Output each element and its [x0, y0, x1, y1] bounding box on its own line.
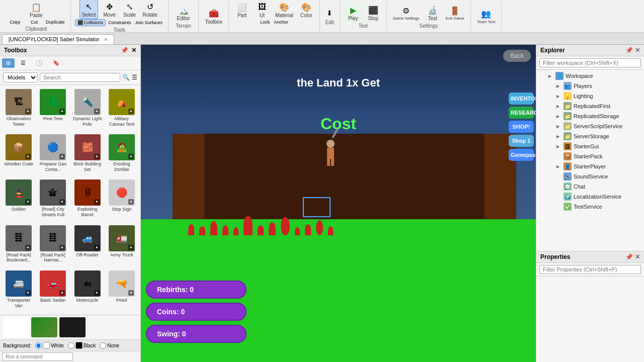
part-button[interactable]: ⬜ Part [233, 1, 251, 19]
tree-item-localization[interactable]: 🌍 LocalizationService [536, 192, 644, 202]
explorer-header: Explorer 📌 ✕ [536, 45, 644, 56]
list-item[interactable]: 🛣 ✦ [Road] City Streets Full [36, 177, 69, 222]
join-surfaces-button[interactable]: Join Surfaces [134, 19, 165, 26]
tree-item-test-service[interactable]: ✅ TestService [536, 202, 644, 212]
tree-item-sound-service[interactable]: 🔊 SoundService [536, 171, 644, 182]
replicated-first-icon: 📁 [564, 102, 572, 110]
list-item[interactable]: 🚙 ✦ Off-Roader [71, 223, 104, 267]
tree-item-replicated-first[interactable]: ▶ 📁 ReplicatedFirst [536, 101, 644, 111]
list-item[interactable]: 🔵 ✦ Propane Gas Conta... [36, 132, 69, 176]
pistol-label: Pistol [116, 298, 127, 303]
bg-black-option[interactable]: Black [68, 342, 96, 349]
gamepass-button[interactable]: Gamepass [509, 149, 534, 161]
toolbox-filter-select[interactable]: Models Decals Meshes Plugins [3, 72, 38, 82]
material-button[interactable]: 🎨 Material [273, 1, 295, 19]
inventory-button[interactable]: INVENTORY [509, 93, 534, 105]
tree-item-server-script[interactable]: ▶ 📁 ServerScriptService [536, 121, 644, 131]
shop-button[interactable]: SHOP! [509, 121, 534, 133]
tree-item-chat[interactable]: 💬 Chat [536, 182, 644, 192]
tree-item-lighting[interactable]: ▶ 💡 Lighting [536, 91, 644, 101]
collisions-button[interactable]: ⬛ Collisions [75, 19, 106, 26]
copy-button[interactable]: Copy [6, 19, 24, 25]
tree-item-workspace[interactable]: ▶ 🌐 Workspace [536, 71, 644, 81]
game-viewport[interactable]: the Land 1x Get Cost [141, 45, 536, 362]
list-item[interactable]: 🧟 ✦ Drooling Zombie [105, 132, 138, 176]
ui-button[interactable]: 🖼 UI [253, 1, 271, 19]
toolbox-tab-recent[interactable]: 🕒 [32, 58, 47, 68]
bg-none-option[interactable]: None [100, 342, 119, 349]
tree-item-starter-gui[interactable]: ▶ 🖼 StarterGui [536, 141, 644, 151]
toolbox-tab-filter[interactable]: 🔖 [49, 58, 64, 68]
toolbox-button[interactable]: 🧰 Toolbox [203, 7, 224, 26]
move-button[interactable]: ✥ Move [100, 0, 118, 19]
chat-icon: 💬 [564, 183, 572, 191]
list-item[interactable]: 🚛 ✦ Army Truck [105, 223, 138, 267]
road-thumb: 🛣 ✦ [40, 179, 66, 206]
scale-button[interactable]: ⤡ Scale [120, 0, 138, 19]
properties-search-input[interactable] [539, 265, 641, 274]
tree-item-server-storage[interactable]: ▶ 📁 ServerStorage [536, 131, 644, 141]
toolbox-tab-grid[interactable]: ⊞ [2, 58, 15, 68]
rotate-button[interactable]: ↺ Rotate [140, 0, 159, 19]
tree-item-replicated-storage[interactable]: ▶ 📁 ReplicatedStorage [536, 111, 644, 121]
list-item[interactable]: 🛑 ✦ Stop Sign [105, 177, 138, 222]
exit-game-button[interactable]: 🚪 Exit Game [444, 4, 466, 22]
list-item[interactable]: 🚗 ✦ Basic Sedan [36, 268, 69, 313]
tab-saber-simulator[interactable]: [UNCOPYLOCKED] Saber Simulator ✕ [2, 34, 114, 44]
toolbox-tab-list[interactable]: ☰ [17, 58, 30, 68]
list-item[interactable]: 🏍 ✦ Motorcycle [71, 268, 104, 313]
command-input[interactable] [2, 352, 73, 361]
toolbox-search-input[interactable] [40, 73, 120, 82]
terrain-editor-button[interactable]: 🏔️ Editor [175, 4, 193, 22]
research-button[interactable]: RESEARCH [509, 107, 534, 119]
tree-item-starter-pack[interactable]: 📦 StarterPack [536, 151, 644, 161]
list-item[interactable]: 🛤 ✦ [Road Pack] Narrow... [36, 223, 69, 267]
game-settings-button[interactable]: ⚙ Game Settings [391, 4, 422, 22]
toolbox-search-icon[interactable]: 🔍 [122, 74, 130, 81]
team-test-button[interactable]: 👥 Team Test [475, 8, 497, 25]
explorer-search-input[interactable] [539, 58, 641, 67]
properties-pin-icon[interactable]: 📌 [625, 253, 633, 260]
toolbox-filter-bar: Models Decals Meshes Plugins 🔍 ☰ [0, 70, 140, 85]
tree-item-starter-player[interactable]: ▶ 👤 StarterPlayer [536, 161, 644, 171]
stop-button[interactable]: ⬛ Stop [364, 4, 382, 22]
back-button[interactable]: Back [503, 50, 531, 62]
explorer-close-icon[interactable]: ✕ [635, 47, 640, 54]
preview1-thumb[interactable] [3, 317, 29, 337]
anchor-button[interactable]: Anchor [272, 19, 290, 25]
list-item[interactable]: 🔦 ✦ Dynamic Light Pole [71, 87, 104, 131]
character-body [327, 148, 334, 159]
toolbox-close-icon[interactable]: ✕ [131, 47, 136, 54]
paste-button[interactable]: 📋 Paste [27, 1, 45, 19]
color-button[interactable]: 🎨 Color [297, 1, 315, 19]
test-settings-button[interactable]: 🔬 Test [424, 4, 442, 22]
stop-sign-label: Stop Sign [112, 207, 131, 212]
list-item[interactable]: 🚐 ✦ Transporter Van [2, 268, 35, 313]
list-item[interactable]: 📦 ✦ Wooden Crate [2, 132, 35, 176]
bg-white-option[interactable]: White [35, 342, 64, 349]
list-item[interactable]: 🔫 ✦ Pistol [105, 268, 138, 313]
tab-close-icon[interactable]: ✕ [104, 37, 108, 42]
list-item[interactable]: ⛺ ✦ Military Canvas Tent [105, 87, 138, 131]
tree-item-players[interactable]: ▶ 👥 Players [536, 81, 644, 91]
color-icon: 🎨 [301, 2, 312, 13]
duplicate-button[interactable]: Duplicate [44, 19, 66, 25]
list-item[interactable]: 🏗 ✦ Observation Tower [2, 87, 35, 131]
preview2-thumb[interactable] [31, 317, 57, 337]
shop1-button[interactable]: Shop 1 [509, 135, 534, 147]
constraints-button[interactable]: Constraints [107, 19, 133, 26]
list-item[interactable]: 🛢 ✦ Exploding Barrel [71, 177, 104, 222]
preview3-thumb[interactable] [59, 317, 86, 337]
select-button[interactable]: ↖ Select [79, 0, 99, 19]
list-item[interactable]: 🧱 ✦ Brick Building Set [71, 132, 104, 176]
list-item[interactable]: 💂 ✦ Soldier [2, 177, 35, 222]
play-button[interactable]: ▶ Play [344, 4, 362, 22]
list-item[interactable]: 🛤 ✦ [Road Pack] Boulevard... [2, 223, 35, 267]
properties-close-icon[interactable]: ✕ [635, 253, 640, 260]
cut-button[interactable]: Cut [25, 19, 43, 25]
lock-button[interactable]: Lock [259, 19, 271, 25]
list-item[interactable]: 🌲 ✦ Pine Tree [36, 87, 69, 131]
toolbox-pin-icon[interactable]: 📌 [121, 47, 128, 54]
explorer-pin-icon[interactable]: 📌 [625, 47, 633, 54]
toolbox-options-icon[interactable]: ☰ [132, 74, 137, 81]
